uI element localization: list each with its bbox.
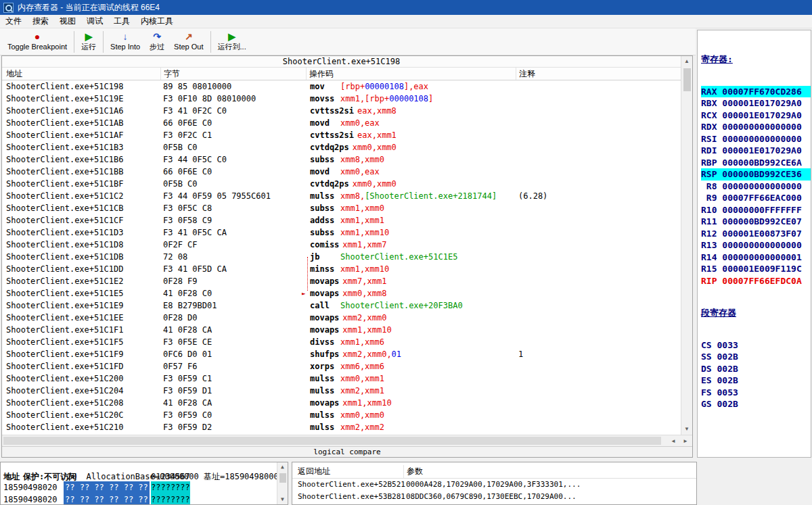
- disasm-row[interactable]: ShooterClient.exe+51C1F5F3 0F5E CEdivssx…: [2, 336, 681, 348]
- segment-register-row[interactable]: GS 002B: [701, 398, 811, 410]
- scroll-down-arrow-icon[interactable]: ▼: [277, 495, 288, 504]
- segment-register-row[interactable]: ES 002B: [701, 375, 811, 387]
- scroll-left-arrow-icon[interactable]: ◄: [671, 436, 676, 446]
- toolbar-button[interactable]: ▶运行到...: [213, 30, 251, 52]
- scrollbar-thumb[interactable]: [279, 473, 286, 483]
- column-header-params: 参数: [403, 465, 423, 478]
- disasm-row[interactable]: ShooterClient.exe+51C1A6F3 41 0F2C C0cvt…: [2, 105, 681, 117]
- register-row[interactable]: R14 000000000000001: [701, 251, 811, 264]
- hexview-scrollbar[interactable]: ▲ ▼: [277, 462, 288, 504]
- disasm-row[interactable]: ShooterClient.exe+51C204F3 0F59 D1mulssx…: [2, 385, 681, 397]
- register-row[interactable]: RCX 000001E017029A0: [701, 110, 811, 122]
- scroll-up-arrow-icon[interactable]: ▲: [681, 56, 692, 67]
- disasm-row[interactable]: ShooterClient.exe+51C200F3 0F59 C1mulssx…: [2, 372, 681, 385]
- disasm-address: ShooterClient.exe+51C1C2: [6, 190, 123, 202]
- register-row[interactable]: R11 000000BD992CE07: [701, 216, 811, 228]
- disasm-opcode: callShooterClient.exe+20F3BA0: [310, 299, 463, 312]
- disasm-row[interactable]: ShooterClient.exe+51C1C2F3 44 0F59 05 79…: [2, 190, 681, 202]
- scrollbar-thumb[interactable]: [3, 437, 661, 445]
- disasm-row[interactable]: ShooterClient.exe+51C1CFF3 0F58 C9addssx…: [2, 214, 681, 226]
- disasm-operand: xmm2,xmm0: [342, 313, 386, 322]
- register-row[interactable]: RDX 000000000000000: [701, 121, 811, 133]
- disasm-row[interactable]: ShooterClient.exe+51C1AFF3 0F2C C1cvttss…: [2, 129, 681, 141]
- register-row[interactable]: R10 00000000FFFFFFF: [701, 204, 811, 216]
- register-row[interactable]: RDI 000001E017029A0: [701, 145, 811, 157]
- stack-row[interactable]: ShooterClient.exe+53B28108DDC360,0679C89…: [292, 491, 696, 503]
- disasm-operand: xmm1,xmm6: [340, 337, 384, 347]
- disasm-row[interactable]: ShooterClient.exe+51C1E20F28 F9movapsxmm…: [2, 275, 681, 287]
- disasm-comment: (6.28): [518, 190, 547, 202]
- stack-return-address: ShooterClient.exe+52B521: [298, 479, 405, 491]
- disasm-row[interactable]: ShooterClient.exe+51C1BB66 0F6E C0movdxm…: [2, 166, 681, 178]
- stack-row[interactable]: ShooterClient.exe+52B5210000A428,17029A0…: [292, 479, 696, 491]
- toolbar-button[interactable]: ↷步过: [145, 30, 169, 52]
- register-row[interactable]: R9 00007FF66EAC000: [701, 192, 811, 204]
- disasm-row[interactable]: ShooterClient.exe+51C20841 0F28 CAmovaps…: [2, 397, 681, 409]
- disasm-row[interactable]: ShooterClient.exe+51C1DB72 08jbShooterCl…: [2, 251, 681, 263]
- scroll-down-arrow-icon[interactable]: ▼: [681, 424, 692, 435]
- register-row[interactable]: RSP 000000BD992CE36: [701, 168, 811, 181]
- disasm-mnemonic: movaps: [310, 287, 339, 299]
- disasm-row[interactable]: ShooterClient.exe+51C1B6F3 44 0F5C C0sub…: [2, 153, 681, 166]
- disasm-row[interactable]: ShooterClient.exe+51C19889 85 08010000mo…: [2, 80, 681, 93]
- scroll-right-arrow-icon[interactable]: ►: [683, 436, 688, 446]
- hex-row[interactable]: 18590498020?? ?? ?? ?? ?? ??????????: [1, 494, 288, 505]
- disasm-address: ShooterClient.exe+51C20C: [6, 409, 123, 421]
- disasm-row[interactable]: ShooterClient.exe+51C20CF3 0F59 C0mulssx…: [2, 409, 681, 421]
- disasm-row[interactable]: ShooterClient.exe+51C19EF3 0F10 8D 08010…: [2, 93, 681, 105]
- disasm-bytes: F3 0F2C C1: [163, 129, 212, 141]
- disasm-opcode: cvttss2sieax,xmm8: [310, 105, 397, 117]
- segment-register-row[interactable]: CS 0033: [701, 339, 811, 352]
- disasm-opcode: movapsxmm1,xmm10: [310, 324, 392, 336]
- disasm-row[interactable]: ShooterClient.exe+51C1AB66 0F6E C0movdxm…: [2, 117, 681, 129]
- disasm-row[interactable]: ShooterClient.exe+51C1BF0F5B C0cvtdq2psx…: [2, 178, 681, 190]
- disasm-row[interactable]: ShooterClient.exe+51C210F3 0F59 D2mulssx…: [2, 421, 681, 433]
- disasm-vertical-scrollbar[interactable]: ▲ ▼: [681, 56, 692, 435]
- scrollbar-thumb[interactable]: [683, 68, 691, 91]
- memory-protection-info: 保护:不可访问 AllocationBase=00000000 基址=18590…: [1, 462, 288, 472]
- register-row[interactable]: RSI 000000000000000: [701, 133, 811, 145]
- scroll-up-arrow-icon[interactable]: ▲: [277, 462, 288, 472]
- disasm-row[interactable]: ShooterClient.exe+51C1D3F3 41 0F5C CAsub…: [2, 226, 681, 239]
- register-row[interactable]: RBX 000001E017029A0: [701, 97, 811, 110]
- disasm-row[interactable]: ShooterClient.exe+51C1DDF3 41 0F5D CAmin…: [2, 263, 681, 275]
- toolbar-button[interactable]: ↓Step Into: [106, 30, 145, 52]
- register-row[interactable]: RAX 00007FF670CD286: [701, 86, 811, 98]
- disasm-operand: xmm1,xmm0: [340, 203, 384, 213]
- menu-item[interactable]: 内核工具: [135, 14, 179, 28]
- toolbar-button[interactable]: ▶运行: [76, 30, 101, 52]
- toolbar-button[interactable]: ↗Step Out: [169, 30, 208, 52]
- toolbar-button[interactable]: ●Toggle Breakpoint: [3, 30, 72, 52]
- disasm-row[interactable]: ShooterClient.exe+51C1F90FC6 D0 01shufps…: [2, 348, 681, 360]
- register-row[interactable]: RIP 00007FF66EFDC0A: [701, 275, 811, 287]
- register-row[interactable]: R8 000000000000000: [701, 181, 811, 193]
- menu-item[interactable]: 搜索: [27, 14, 54, 28]
- segment-register-row[interactable]: SS 002B: [701, 351, 811, 363]
- disasm-mnemonic: divss: [310, 336, 337, 348]
- toolbar-button-label: 步过: [150, 43, 164, 51]
- register-row[interactable]: R15 000001E009F119C: [701, 263, 811, 275]
- disasm-row[interactable]: ShooterClient.exe+51C1CBF3 0F5C C8subssx…: [2, 202, 681, 214]
- register-row[interactable]: R13 000000000000000: [701, 239, 811, 251]
- menu-item[interactable]: 工具: [108, 14, 135, 28]
- disasm-horizontal-scrollbar[interactable]: ◄ ►: [2, 435, 692, 446]
- disasm-opcode: movapsxmm0,xmm8: [310, 287, 386, 299]
- menu-item[interactable]: 调试: [81, 14, 108, 28]
- disasm-mnemonic: mov: [310, 80, 337, 93]
- disasm-row[interactable]: ShooterClient.exe+51C1F141 0F28 CAmovaps…: [2, 324, 681, 336]
- disasm-row[interactable]: ShooterClient.exe+51C1B30F5B C0cvtdq2psx…: [2, 141, 681, 153]
- disasm-row[interactable]: ShooterClient.exe+51C1E541 0F28 C0movaps…: [2, 287, 681, 299]
- menu-item[interactable]: 文件: [0, 14, 27, 28]
- disasm-row[interactable]: ShooterClient.exe+51C1E9E8 B279BD01callS…: [2, 299, 681, 312]
- disasm-row[interactable]: ShooterClient.exe+51C1D80F2F CFcomissxmm…: [2, 239, 681, 251]
- hex-row[interactable]: 18590498020?? ?? ?? ?? ?? ??????????: [1, 481, 288, 494]
- menu-item[interactable]: 视图: [54, 14, 81, 28]
- disasm-row[interactable]: ShooterClient.exe+51C1FD0F57 F6xorpsxmm6…: [2, 360, 681, 372]
- segment-register-row[interactable]: DS 002B: [701, 363, 811, 375]
- disasm-status-bar: logical compare: [2, 446, 692, 457]
- jump-target-arrow-icon: ►: [302, 289, 305, 297]
- segment-register-row[interactable]: FS 0053: [701, 387, 811, 399]
- register-row[interactable]: R12 000001E00873F07: [701, 228, 811, 240]
- register-row[interactable]: RBP 000000BD992CE6A: [701, 157, 811, 169]
- disasm-row[interactable]: ShooterClient.exe+51C1EE0F28 D0movapsxmm…: [2, 312, 681, 324]
